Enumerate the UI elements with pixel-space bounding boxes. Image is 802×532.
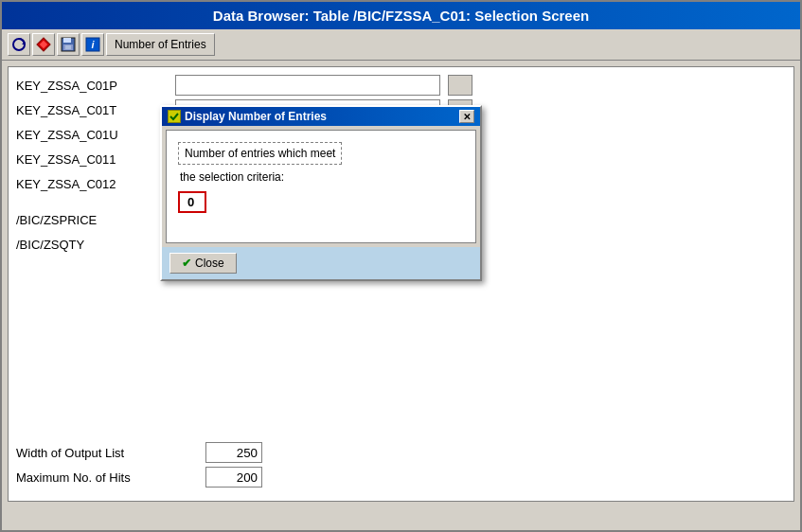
checkmark-icon: ✔ — [182, 257, 191, 270]
row-label-2: KEY_ZSSA_C01U — [16, 128, 168, 142]
row-label-0: KEY_ZSSA_C01P — [16, 79, 168, 93]
diamond-button[interactable] — [32, 33, 55, 56]
width-label: Width of Output List — [16, 446, 205, 460]
dialog-text-normal: the selection criteria: — [178, 170, 464, 184]
dialog-close-button[interactable]: ✔ Close — [169, 253, 237, 274]
svg-rect-5 — [63, 38, 71, 43]
number-of-entries-button[interactable]: Number of Entries — [106, 33, 215, 56]
max-hits-label: Maximum No. of Hits — [16, 470, 205, 485]
svg-rect-10 — [169, 111, 180, 122]
dialog-title-bar: Display Number of Entries ✕ — [162, 107, 480, 126]
dialog-body: Number of entries which meet the selecti… — [166, 130, 476, 243]
main-window: Data Browser: Table /BIC/FZSSA_C01: Sele… — [0, 0, 802, 532]
dialog-footer: ✔ Close — [162, 247, 480, 279]
dialog-overlay: Display Number of Entries ✕ Number of en… — [160, 105, 482, 281]
dialog-text-box: Number of entries which meet — [178, 142, 342, 165]
row-label-4: KEY_ZSSA_C012 — [16, 177, 168, 191]
row-input-0[interactable] — [175, 75, 440, 96]
dialog-close-x-button[interactable]: ✕ — [459, 110, 474, 123]
dialog-title-left: Display Number of Entries — [168, 110, 327, 123]
dialog-title-text: Display Number of Entries — [185, 110, 327, 123]
row-btn-0[interactable] — [448, 75, 472, 96]
display-entries-dialog: Display Number of Entries ✕ Number of en… — [160, 105, 482, 281]
svg-rect-7 — [65, 45, 71, 49]
row-label-1: KEY_ZSSA_C01T — [16, 103, 168, 117]
bottom-section: Width of Output List Maximum No. of Hits — [16, 442, 786, 491]
refresh-button[interactable] — [8, 33, 30, 56]
row-label-5: /BIC/ZSPRICE — [16, 213, 168, 227]
window-title: Data Browser: Table /BIC/FZSSA_C01: Sele… — [213, 8, 589, 24]
toolbar: i Number of Entries — [2, 29, 800, 61]
info-button[interactable]: i — [81, 33, 104, 56]
width-input[interactable] — [205, 442, 262, 463]
max-hits-row: Maximum No. of Hits — [16, 467, 786, 488]
width-row: Width of Output List — [16, 442, 786, 463]
title-bar: Data Browser: Table /BIC/FZSSA_C01: Sele… — [2, 2, 800, 29]
row-label-3: KEY_ZSSA_C011 — [16, 152, 168, 167]
close-button-label: Close — [195, 257, 224, 270]
save-button[interactable] — [57, 33, 80, 56]
dialog-value: 0 — [178, 191, 206, 213]
table-row: KEY_ZSSA_C01P — [16, 75, 786, 96]
content-area: KEY_ZSSA_C01P KEY_ZSSA_C01T KEY_ZSSA_C01… — [8, 66, 794, 502]
row-label-6: /BIC/ZSQTY — [16, 238, 168, 252]
dialog-title-icon — [168, 110, 181, 123]
max-hits-input[interactable] — [205, 467, 262, 488]
